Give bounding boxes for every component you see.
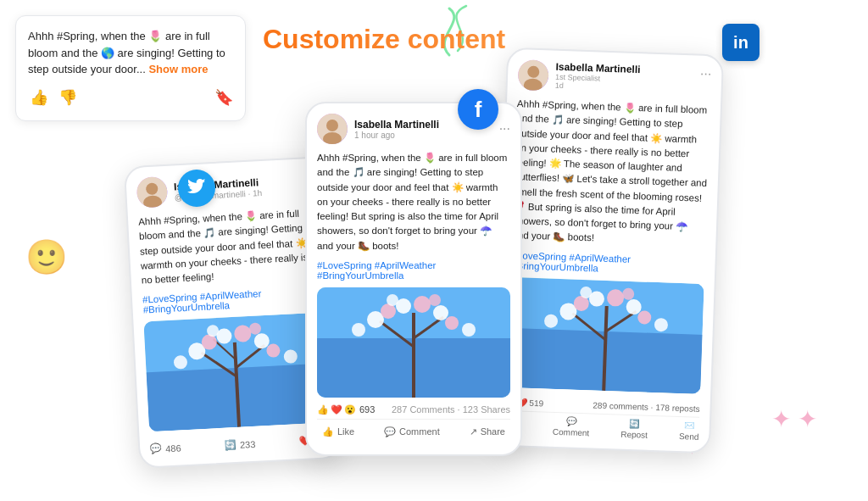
- linkedin-repost-button[interactable]: 🔄Repost: [620, 418, 648, 439]
- facebook-hashtags[interactable]: #LoveSpring #AprilWeather #BringYourUmbr…: [317, 260, 510, 281]
- svg-point-20: [326, 120, 338, 131]
- twitter-avatar: [136, 176, 169, 209]
- twitter-post-image: [143, 313, 329, 432]
- twitter-hashtags[interactable]: #LoveSpring #AprilWeather #BringYourUmbr…: [142, 286, 323, 315]
- bookmark-button[interactable]: 🔖: [214, 88, 233, 107]
- facebook-phone-card: Isabella Martinelli 1 hour ago ··· Ahhh …: [305, 102, 522, 456]
- facebook-post-time: 1 hour ago: [354, 131, 492, 140]
- facebook-reactions-row: 👍❤️😮 693 287 Comments · 123 Shares: [317, 404, 510, 415]
- linkedin-post-menu[interactable]: ···: [700, 66, 712, 81]
- linkedin-comments-reposts: 289 comments · 178 reposts: [593, 400, 700, 413]
- linkedin-avatar: [518, 59, 549, 91]
- linkedin-post-header: Isabella Martinelli 1st Specialist 1d ··…: [518, 59, 712, 97]
- twitter-retweet-action[interactable]: 🔄 233: [225, 438, 256, 451]
- show-more-link[interactable]: Show more: [148, 63, 208, 75]
- preview-card-left-actions: 👍 👎: [28, 86, 79, 109]
- twitter-comment-count: 486: [165, 443, 181, 454]
- linkedin-post-image: [507, 276, 704, 393]
- twitter-comment-action[interactable]: 💬 486: [150, 443, 181, 455]
- page-title: Customize content: [263, 24, 505, 55]
- linkedin-post: Isabella Martinelli 1st Specialist 1d ··…: [495, 49, 722, 452]
- facebook-post: Isabella Martinelli 1 hour ago ··· Ahhh …: [307, 103, 520, 454]
- facebook-floating-icon: f: [458, 89, 498, 130]
- facebook-post-image: [317, 287, 510, 398]
- facebook-reaction-count: 693: [359, 404, 375, 415]
- facebook-like-button[interactable]: 👍 Like: [317, 423, 359, 441]
- twitter-post-actions: 💬 486 🔄 233 ❤️ 567: [150, 430, 331, 457]
- thumbs-down-button[interactable]: 👎: [57, 86, 79, 109]
- preview-card-text: Ahhh #Spring, when the 🌷 are in full blo…: [28, 28, 233, 78]
- twitter-post-header: Isabella Martinelli @isabellamartinelli …: [136, 169, 318, 209]
- linkedin-hashtags[interactable]: #LoveSpring #AprilWeather #BringYourUmbr…: [511, 250, 705, 277]
- linkedin-post-actions: 👍Like 💬Comment 🔄Repost ✉️Send: [505, 414, 699, 441]
- linkedin-comment-button[interactable]: 💬Comment: [553, 415, 590, 437]
- svg-point-33: [352, 323, 365, 337]
- linkedin-post-stats: 👍❤️ 519 289 comments · 178 reposts: [506, 393, 700, 417]
- twitter-retweet-count: 233: [240, 439, 256, 450]
- sparkle-decoration: ✦ ✦: [771, 405, 817, 433]
- svg-point-34: [462, 323, 476, 337]
- linkedin-post-text: Ahhh #Spring, when the 🌷 are in full blo…: [512, 97, 710, 249]
- svg-point-35: [387, 294, 398, 306]
- svg-point-31: [433, 305, 448, 320]
- linkedin-send-button[interactable]: ✉️Send: [679, 420, 699, 442]
- facebook-comment-button[interactable]: 💬 Comment: [379, 423, 445, 441]
- preview-card: Ahhh #Spring, when the 🌷 are in full blo…: [15, 15, 246, 121]
- smile-decoration: 🙂: [25, 237, 68, 277]
- svg-point-36: [429, 294, 441, 306]
- facebook-share-button[interactable]: ↗ Share: [465, 423, 510, 441]
- facebook-avatar: [317, 114, 348, 144]
- svg-point-32: [445, 316, 459, 330]
- linkedin-phone-card: Isabella Martinelli 1st Specialist 1d ··…: [493, 47, 724, 454]
- twitter-floating-icon: [178, 170, 215, 207]
- svg-point-30: [414, 296, 431, 313]
- facebook-reaction-icons: 👍❤️😮: [317, 404, 356, 415]
- thumbs-up-button[interactable]: 👍: [28, 86, 50, 109]
- facebook-post-actions: 👍 Like 💬 Comment ↗ Share: [317, 419, 510, 444]
- facebook-post-menu[interactable]: ···: [499, 121, 510, 136]
- linkedin-author-info: Isabella Martinelli 1st Specialist 1d: [555, 61, 694, 95]
- twitter-post-text: Ahhh #Spring, when the 🌷 are in full blo…: [138, 206, 321, 288]
- preview-card-actions: 👍 👎 🔖: [28, 86, 233, 109]
- facebook-post-text: Ahhh #Spring, when the 🌷 are in full blo…: [317, 151, 510, 253]
- linkedin-floating-icon: in: [722, 24, 760, 61]
- facebook-comments-shares: 287 Comments · 123 Shares: [392, 404, 510, 415]
